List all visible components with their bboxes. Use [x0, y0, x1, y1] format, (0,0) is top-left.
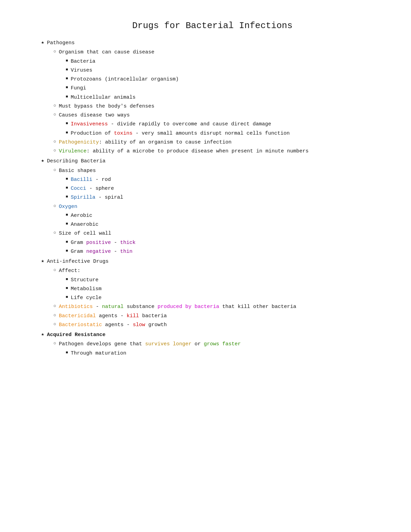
circle-bullet: ○ [53, 312, 56, 319]
list-item: ■ Through maturation [66, 349, 384, 357]
square-bullet: ■ [66, 84, 68, 91]
square-bullet: ■ [66, 239, 68, 245]
page-title: Drugs for Bacterial Infections [41, 21, 384, 31]
square-bullet: ■ [66, 176, 68, 182]
square-bullet: ■ [66, 221, 68, 227]
colored-text: Antibiotics [59, 304, 93, 310]
circle-bullet: ○ [53, 340, 56, 347]
list-item: ■ Metabolism [66, 285, 384, 293]
square-bullet: ■ [66, 66, 68, 73]
list-item: ○ Must bypass the body's defenses [53, 102, 384, 110]
circle-bullet: ○ [53, 138, 56, 146]
item-label: Virulence: ability of a microbe to produ… [59, 147, 384, 155]
list-item: ■ Gram positive - thick [66, 239, 384, 247]
circle-bullet: ○ [53, 267, 56, 274]
item-label: Acquired Resistance [47, 331, 384, 339]
circle-bullet: ○ [53, 147, 56, 154]
item-label: Gram positive - thick [71, 239, 384, 247]
level3-list: ■ Through maturation [53, 349, 384, 357]
item-label: Production of toxins - very small amount… [71, 129, 384, 137]
item-label: Affect: [59, 267, 384, 275]
item-label: Pathogens [47, 39, 384, 47]
list-item: ○ Basic shapes ■ Bacilli - rod ■ Cocci -… [53, 167, 384, 202]
circle-bullet: ○ [53, 167, 56, 174]
list-item: ○ Affect: ■ Structure ■ Metabolism [53, 267, 384, 302]
list-item: ○ Causes disease two ways ■ Invasiveness… [53, 111, 384, 137]
colored-text: thin [120, 249, 133, 255]
square-bullet: ■ [66, 75, 68, 82]
list-item: ■ Structure [66, 276, 384, 284]
level3-list: ■ Structure ■ Metabolism ■ Life cy [53, 276, 384, 302]
item-label: Structure [71, 276, 384, 284]
square-bullet: ■ [66, 120, 68, 127]
list-item: ★ Pathogens ○ Organism that can cause di… [41, 39, 384, 155]
item-label: Metabolism [71, 285, 384, 293]
list-item: ■ Invasiveness - divide rapidly to overc… [66, 120, 384, 128]
item-label: Basic shapes [59, 167, 384, 175]
level2-list: ○ Basic shapes ■ Bacilli - rod ■ Cocci -… [41, 167, 384, 256]
star-bullet: ★ [41, 258, 44, 265]
star-bullet: ★ [41, 39, 44, 47]
list-item: ○ Antibiotics - natural substance produc… [53, 303, 384, 311]
list-item: ○ Bacteriostatic agents - slow growth [53, 321, 384, 329]
list-item: ■ Life cycle [66, 294, 384, 302]
list-item: ○ Pathogen develops gene that survives l… [53, 340, 384, 357]
main-list: ★ Pathogens ○ Organism that can cause di… [41, 39, 384, 357]
item-label: Pathogen develops gene that survives lon… [59, 340, 384, 348]
list-item: ■ Aerobic [66, 212, 384, 220]
item-label: Spirilla - spiral [71, 194, 384, 201]
item-label: Aerobic [71, 212, 384, 220]
square-bullet: ■ [66, 58, 68, 64]
list-item: ■ Fungi [66, 84, 384, 92]
colored-text: Cocci [71, 186, 86, 191]
level2-list: ○ Organism that can cause disease ■ Bact… [41, 48, 384, 155]
level2-list: ○ Pathogen develops gene that survives l… [41, 340, 384, 357]
item-label: Antibiotics - natural substance produced… [59, 303, 384, 311]
list-item: ★ Anti-infective Drugs ○ Affect: ■ Struc… [41, 258, 384, 329]
item-label: Organism that can cause disease [59, 48, 384, 56]
list-item: ★ Describing Bacteria ○ Basic shapes ■ B… [41, 157, 384, 256]
list-item: ■ Production of toxins - very small amou… [66, 129, 384, 137]
colored-text: survives longer [145, 341, 191, 347]
colored-text: kill [127, 313, 139, 319]
item-label: Protozoans (intracellular organism) [71, 75, 384, 83]
list-item: ○ Virulence: ability of a microbe to pro… [53, 147, 384, 155]
item-label: Viruses [71, 66, 384, 74]
list-item: ■ Gram negative - thin [66, 248, 384, 256]
list-item: ○ Size of cell wall ■ Gram positive - th… [53, 230, 384, 256]
list-item: ■ Bacilli - rod [66, 176, 384, 184]
level3-list: ■ Bacteria ■ Viruses ■ Protozoans [53, 58, 384, 101]
item-label: Bacteria [71, 58, 384, 65]
colored-text: Virulence [59, 148, 87, 154]
colored-text: Bacilli [71, 177, 92, 183]
circle-bullet: ○ [53, 102, 56, 110]
square-bullet: ■ [66, 185, 68, 191]
colored-text: slow [133, 322, 145, 328]
level2-list: ○ Affect: ■ Structure ■ Metabolism [41, 267, 384, 329]
list-item: ○ Bactericidal agents - kill bacteria [53, 312, 384, 320]
square-bullet: ■ [66, 294, 68, 300]
list-item: ■ Protozoans (intracellular organism) [66, 75, 384, 83]
star-bullet: ★ [41, 331, 44, 339]
star-bullet: ★ [41, 157, 44, 165]
list-item: ■ Cocci - sphere [66, 185, 384, 193]
list-item: ■ Viruses [66, 66, 384, 74]
item-label: Through maturation [71, 349, 384, 357]
item-label: Anti-infective Drugs [47, 258, 384, 265]
item-label: Gram negative - thin [71, 248, 384, 256]
colored-text: natural [102, 304, 124, 310]
circle-bullet: ○ [53, 303, 56, 310]
square-bullet: ■ [66, 248, 68, 254]
colored-text: toxins [114, 131, 133, 136]
item-label: Must bypass the body's defenses [59, 102, 384, 110]
colored-text: Oxygen [59, 204, 77, 210]
item-label: Life cycle [71, 294, 384, 302]
square-bullet: ■ [66, 212, 68, 218]
colored-text: thick [120, 240, 136, 246]
square-bullet: ■ [66, 276, 68, 283]
circle-bullet: ○ [53, 111, 56, 119]
level3-list: ■ Invasiveness - divide rapidly to overc… [53, 120, 384, 137]
level3-list: ■ Bacilli - rod ■ Cocci - sphere ■ [53, 176, 384, 202]
item-label: Anaerobic [71, 221, 384, 228]
colored-text: grows faster [204, 341, 241, 347]
